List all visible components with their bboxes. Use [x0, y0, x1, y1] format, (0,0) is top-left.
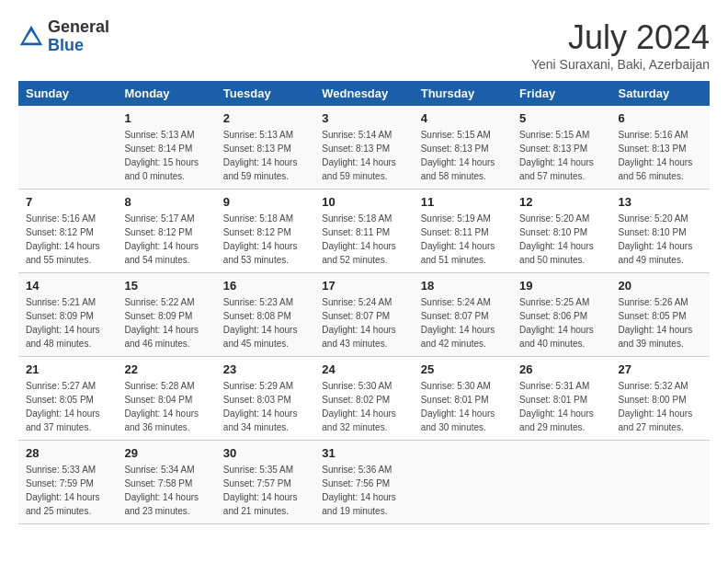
calendar-cell: 11Sunrise: 5:19 AM Sunset: 8:11 PM Dayli… — [414, 190, 512, 273]
day-number: 27 — [619, 362, 702, 376]
day-info: Sunrise: 5:16 AM Sunset: 8:13 PM Dayligh… — [619, 128, 702, 183]
page-header: General Blue July 2024 Yeni Suraxani, Ba… — [18, 18, 710, 72]
day-number: 6 — [619, 111, 702, 125]
month-title: July 2024 — [531, 18, 710, 57]
day-info: Sunrise: 5:25 AM Sunset: 8:06 PM Dayligh… — [519, 295, 603, 350]
day-info: Sunrise: 5:18 AM Sunset: 8:12 PM Dayligh… — [223, 212, 307, 267]
logo-text: General Blue — [48, 18, 109, 55]
day-number: 8 — [124, 195, 208, 209]
day-info: Sunrise: 5:28 AM Sunset: 8:04 PM Dayligh… — [124, 379, 208, 434]
weekday-header-saturday: Saturday — [611, 81, 710, 106]
day-info: Sunrise: 5:35 AM Sunset: 7:57 PM Dayligh… — [223, 463, 307, 518]
day-number: 14 — [26, 279, 109, 293]
day-info: Sunrise: 5:22 AM Sunset: 8:09 PM Dayligh… — [124, 295, 208, 350]
day-number: 24 — [322, 362, 405, 376]
day-number: 15 — [124, 279, 208, 293]
day-info: Sunrise: 5:26 AM Sunset: 8:05 PM Dayligh… — [619, 295, 702, 350]
calendar-cell: 13Sunrise: 5:20 AM Sunset: 8:10 PM Dayli… — [611, 190, 710, 273]
calendar-cell: 20Sunrise: 5:26 AM Sunset: 8:05 PM Dayli… — [611, 273, 710, 357]
day-info: Sunrise: 5:24 AM Sunset: 8:07 PM Dayligh… — [421, 295, 505, 350]
logo-blue-text: Blue — [48, 37, 109, 55]
calendar-week-row: 21Sunrise: 5:27 AM Sunset: 8:05 PM Dayli… — [18, 357, 710, 441]
day-info: Sunrise: 5:15 AM Sunset: 8:13 PM Dayligh… — [421, 128, 505, 183]
day-number: 22 — [124, 362, 208, 376]
calendar-table: SundayMondayTuesdayWednesdayThursdayFrid… — [18, 81, 710, 524]
calendar-cell: 6Sunrise: 5:16 AM Sunset: 8:13 PM Daylig… — [611, 106, 710, 190]
day-info: Sunrise: 5:20 AM Sunset: 8:10 PM Dayligh… — [519, 212, 603, 267]
calendar-cell: 25Sunrise: 5:30 AM Sunset: 8:01 PM Dayli… — [414, 357, 512, 441]
day-number: 29 — [124, 446, 208, 460]
calendar-cell: 10Sunrise: 5:18 AM Sunset: 8:11 PM Dayli… — [314, 190, 413, 273]
weekday-header-monday: Monday — [117, 81, 215, 106]
calendar-cell: 31Sunrise: 5:36 AM Sunset: 7:56 PM Dayli… — [314, 441, 413, 524]
calendar-cell: 12Sunrise: 5:20 AM Sunset: 8:10 PM Dayli… — [512, 190, 610, 273]
location-text: Yeni Suraxani, Baki, Azerbaijan — [531, 57, 710, 72]
calendar-cell — [512, 441, 610, 524]
calendar-cell — [18, 106, 117, 190]
day-number: 11 — [421, 195, 505, 209]
day-number: 20 — [619, 279, 702, 293]
day-info: Sunrise: 5:15 AM Sunset: 8:13 PM Dayligh… — [519, 128, 603, 183]
calendar-cell: 18Sunrise: 5:24 AM Sunset: 8:07 PM Dayli… — [414, 273, 512, 357]
day-number: 23 — [223, 362, 307, 376]
calendar-week-row: 14Sunrise: 5:21 AM Sunset: 8:09 PM Dayli… — [18, 273, 710, 357]
day-number: 7 — [26, 195, 109, 209]
day-info: Sunrise: 5:27 AM Sunset: 8:05 PM Dayligh… — [26, 379, 109, 434]
day-number: 16 — [223, 279, 307, 293]
calendar-week-row: 1Sunrise: 5:13 AM Sunset: 8:14 PM Daylig… — [18, 106, 710, 190]
day-info: Sunrise: 5:24 AM Sunset: 8:07 PM Dayligh… — [322, 295, 405, 350]
day-number: 28 — [26, 446, 109, 460]
calendar-cell: 30Sunrise: 5:35 AM Sunset: 7:57 PM Dayli… — [216, 441, 314, 524]
title-block: July 2024 Yeni Suraxani, Baki, Azerbaija… — [531, 18, 710, 72]
day-info: Sunrise: 5:19 AM Sunset: 8:11 PM Dayligh… — [421, 212, 505, 267]
calendar-cell: 24Sunrise: 5:30 AM Sunset: 8:02 PM Dayli… — [314, 357, 413, 441]
weekday-header-tuesday: Tuesday — [216, 81, 314, 106]
calendar-cell: 22Sunrise: 5:28 AM Sunset: 8:04 PM Dayli… — [117, 357, 215, 441]
day-number: 10 — [322, 195, 405, 209]
weekday-header-wednesday: Wednesday — [314, 81, 413, 106]
day-number: 3 — [322, 111, 405, 125]
day-info: Sunrise: 5:17 AM Sunset: 8:12 PM Dayligh… — [124, 212, 208, 267]
calendar-cell: 17Sunrise: 5:24 AM Sunset: 8:07 PM Dayli… — [314, 273, 413, 357]
calendar-cell — [414, 441, 512, 524]
day-info: Sunrise: 5:30 AM Sunset: 8:02 PM Dayligh… — [322, 379, 405, 434]
calendar-cell: 7Sunrise: 5:16 AM Sunset: 8:12 PM Daylig… — [18, 190, 117, 273]
calendar-cell: 27Sunrise: 5:32 AM Sunset: 8:00 PM Dayli… — [611, 357, 710, 441]
day-info: Sunrise: 5:36 AM Sunset: 7:56 PM Dayligh… — [322, 463, 405, 518]
day-info: Sunrise: 5:32 AM Sunset: 8:00 PM Dayligh… — [619, 379, 702, 434]
day-info: Sunrise: 5:21 AM Sunset: 8:09 PM Dayligh… — [26, 295, 109, 350]
day-number: 18 — [421, 279, 505, 293]
logo-general-text: General — [48, 18, 109, 37]
day-info: Sunrise: 5:13 AM Sunset: 8:14 PM Dayligh… — [124, 128, 208, 183]
day-info: Sunrise: 5:29 AM Sunset: 8:03 PM Dayligh… — [223, 379, 307, 434]
day-number: 19 — [519, 279, 603, 293]
calendar-cell: 28Sunrise: 5:33 AM Sunset: 7:59 PM Dayli… — [18, 441, 117, 524]
day-number: 25 — [421, 362, 505, 376]
day-number: 5 — [519, 111, 603, 125]
weekday-header-row: SundayMondayTuesdayWednesdayThursdayFrid… — [18, 81, 710, 106]
calendar-cell: 8Sunrise: 5:17 AM Sunset: 8:12 PM Daylig… — [117, 190, 215, 273]
weekday-header-friday: Friday — [512, 81, 610, 106]
weekday-header-sunday: Sunday — [18, 81, 117, 106]
calendar-cell: 16Sunrise: 5:23 AM Sunset: 8:08 PM Dayli… — [216, 273, 314, 357]
weekday-header-thursday: Thursday — [414, 81, 512, 106]
calendar-cell: 1Sunrise: 5:13 AM Sunset: 8:14 PM Daylig… — [117, 106, 215, 190]
day-number: 1 — [124, 111, 208, 125]
day-number: 12 — [519, 195, 603, 209]
day-number: 2 — [223, 111, 307, 125]
calendar-week-row: 7Sunrise: 5:16 AM Sunset: 8:12 PM Daylig… — [18, 190, 710, 273]
day-info: Sunrise: 5:14 AM Sunset: 8:13 PM Dayligh… — [322, 128, 405, 183]
day-info: Sunrise: 5:20 AM Sunset: 8:10 PM Dayligh… — [619, 212, 702, 267]
day-number: 13 — [619, 195, 702, 209]
calendar-cell: 29Sunrise: 5:34 AM Sunset: 7:58 PM Dayli… — [117, 441, 215, 524]
calendar-cell: 26Sunrise: 5:31 AM Sunset: 8:01 PM Dayli… — [512, 357, 610, 441]
calendar-cell: 23Sunrise: 5:29 AM Sunset: 8:03 PM Dayli… — [216, 357, 314, 441]
day-number: 26 — [519, 362, 603, 376]
logo-icon — [18, 24, 44, 50]
day-number: 4 — [421, 111, 505, 125]
calendar-cell: 15Sunrise: 5:22 AM Sunset: 8:09 PM Dayli… — [117, 273, 215, 357]
day-number: 9 — [223, 195, 307, 209]
calendar-cell: 14Sunrise: 5:21 AM Sunset: 8:09 PM Dayli… — [18, 273, 117, 357]
calendar-cell: 3Sunrise: 5:14 AM Sunset: 8:13 PM Daylig… — [314, 106, 413, 190]
day-info: Sunrise: 5:13 AM Sunset: 8:13 PM Dayligh… — [223, 128, 307, 183]
